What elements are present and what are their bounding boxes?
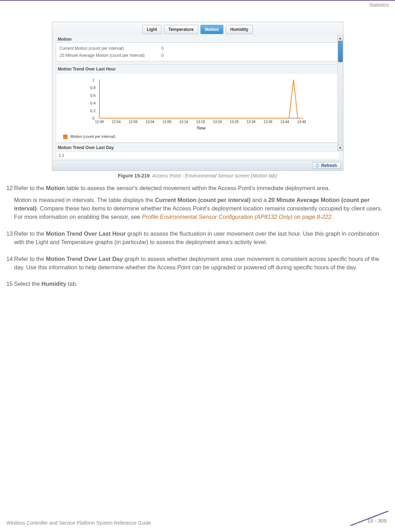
- xtick: 13:34: [246, 120, 255, 124]
- xtick: 13:19: [196, 120, 205, 124]
- list-item-15: 15 Select the Humidity tab.: [6, 280, 389, 292]
- xtick: 13:24: [213, 120, 222, 124]
- refresh-label: Refresh: [321, 163, 337, 168]
- xtick: 13:44: [280, 120, 289, 124]
- ytick: 0.2: [90, 109, 96, 113]
- screenshot-frame: Light Temperature Motion Humidity Motion…: [52, 22, 343, 171]
- text: tab.: [66, 281, 78, 287]
- footer-title: Wireless Controller and Service Platform…: [6, 520, 151, 526]
- row-label: 20 Minute Average Motion (count per inte…: [60, 53, 162, 58]
- row-value: 0: [162, 53, 336, 58]
- tab-light[interactable]: Light: [142, 25, 162, 34]
- tab-bar: Light Temperature Motion Humidity: [52, 22, 343, 35]
- figure-text: Access Point - Environmental Sensor scre…: [152, 173, 277, 179]
- page-footer: Wireless Controller and Service Platform…: [6, 511, 389, 526]
- ytick: 0.4: [90, 101, 96, 105]
- ytick: 0.6: [90, 93, 96, 97]
- ytick: 1: [92, 78, 94, 82]
- x-axis-label: Time: [197, 126, 205, 130]
- hour-chart: 1 0.8 0.6 0.4 0.2 0 12:49 12:54 12:59 13…: [56, 73, 340, 143]
- xtick: 13:09: [162, 120, 171, 124]
- tab-temperature[interactable]: Temperature: [164, 25, 198, 34]
- cross-ref-link[interactable]: Profile Environmental Sensor Configurati…: [142, 214, 331, 220]
- xtick: 13:14: [179, 120, 188, 124]
- page-corner-mark: 15 - 309: [350, 511, 389, 526]
- list-item-12: 12 Refer to the Motion table to assess t…: [6, 184, 389, 225]
- ytick: 0: [92, 116, 94, 120]
- figure-caption: Figure 15-219 Access Point - Environment…: [6, 173, 389, 179]
- xtick: 12:59: [129, 120, 137, 124]
- row-value: 0: [162, 46, 336, 51]
- tab-motion[interactable]: Motion: [200, 25, 223, 34]
- scroll-down-icon[interactable]: ▼: [338, 145, 343, 151]
- text: .: [331, 214, 333, 220]
- item-number: 13: [6, 230, 14, 250]
- refresh-icon: [315, 163, 320, 168]
- bold-term: Humidity: [41, 281, 66, 287]
- text: table to assess the sensor's detected mo…: [65, 185, 330, 191]
- day-chart-clip: 1 1: [56, 151, 340, 159]
- day-axis-start: 1 1: [59, 153, 64, 157]
- list-item-13: 13 Refer to the Motion Trend Over Last H…: [6, 230, 389, 250]
- item-number: 15: [6, 280, 14, 292]
- legend-label: Motion (count per interval): [71, 134, 116, 139]
- panel-title: Motion: [56, 35, 340, 42]
- vertical-scrollbar[interactable]: ▲ ▼: [337, 35, 343, 151]
- header-section: Statistics: [369, 2, 389, 8]
- motion-table: Current Motion (count per interval) 0 20…: [56, 42, 340, 61]
- text: Select the: [14, 281, 41, 287]
- bold-term: Motion Trend Over Last Day: [46, 256, 123, 262]
- bold-term: Current Motion (count per interval): [155, 197, 250, 203]
- scroll-up-icon[interactable]: ▲: [338, 35, 343, 41]
- refresh-button[interactable]: Refresh: [312, 162, 341, 169]
- xtick: 13:04: [145, 120, 154, 124]
- footer-bar: Refresh: [52, 161, 343, 170]
- text: Refer to the: [14, 185, 46, 191]
- table-row: 20 Minute Average Motion (count per inte…: [60, 52, 336, 59]
- ytick: 0.8: [90, 86, 96, 90]
- hour-section-title: Motion Trend Over Last Hour: [56, 64, 340, 73]
- bold-term: Motion Trend Over Last Hour: [46, 230, 126, 237]
- xtick: 13:29: [230, 120, 238, 124]
- day-section-title: Motion Trend Over Last Day: [56, 143, 340, 151]
- text: Motion is measured in intervals. The tab…: [14, 197, 155, 203]
- xtick: 12:54: [112, 120, 120, 124]
- xtick: 13:49: [297, 120, 306, 124]
- row-label: Current Motion (count per interval): [60, 46, 162, 51]
- list-item-14: 14 Refer to the Motion Trend Over Last D…: [6, 255, 389, 275]
- scroll-thumb[interactable]: [338, 41, 343, 62]
- xtick: 13:39: [263, 120, 272, 124]
- text: Refer to the: [14, 230, 46, 237]
- text: and a: [251, 197, 268, 203]
- chart-legend: Motion (count per interval): [60, 132, 335, 141]
- motion-line-chart: 1 0.8 0.6 0.4 0.2 0 12:49 12:54 12:59 13…: [60, 76, 335, 132]
- legend-swatch-icon: [63, 135, 67, 139]
- bold-term: Motion: [46, 185, 65, 191]
- xtick: 12:49: [95, 120, 104, 124]
- table-row: Current Motion (count per interval) 0: [60, 45, 336, 52]
- item-number: 14: [6, 255, 14, 275]
- figure-label: Figure 15-219: [118, 173, 150, 179]
- tab-humidity[interactable]: Humidity: [226, 25, 253, 34]
- text: Refer to the: [14, 256, 46, 262]
- page-number: 15 - 309: [367, 518, 387, 524]
- item-number: 12: [6, 184, 14, 225]
